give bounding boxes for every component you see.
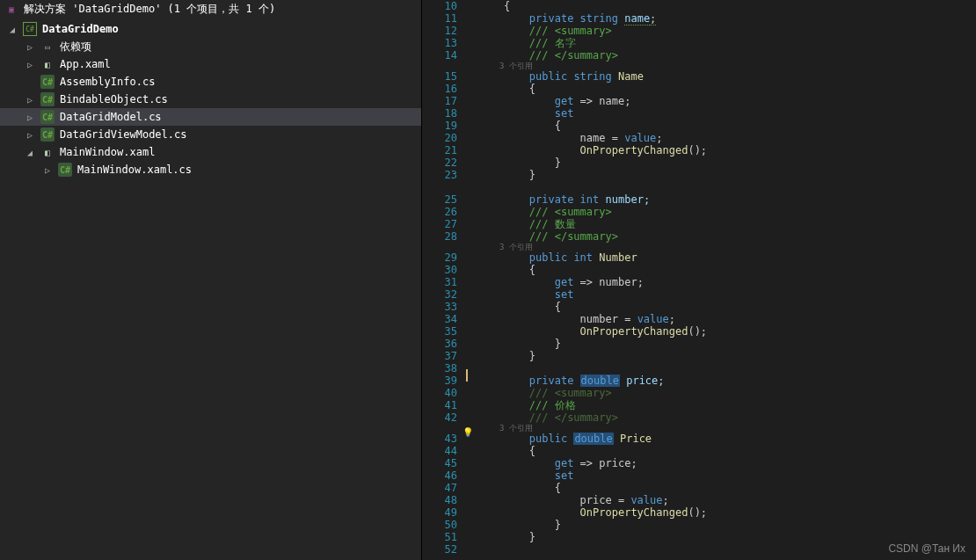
tree-bindableobject[interactable]: ▷ C# BindableObject.cs — [0, 91, 421, 108]
tree: ◢ C# DataGridDemo ▷ ▭ 依赖项 ▷ ◧ App.xaml ▷… — [0, 18, 421, 560]
tree-dependencies[interactable]: ▷ ▭ 依赖项 — [0, 38, 421, 55]
code-area[interactable]: { private string name; /// <summary> ///… — [478, 0, 976, 560]
code-text: (); — [688, 325, 707, 338]
line-number-gutter: 1011121314151617181920212223252627282930… — [422, 0, 466, 560]
tree-project[interactable]: ◢ C# DataGridDemo — [0, 20, 421, 38]
code-text: } — [529, 531, 535, 543]
code-comment: /// <summary> — [529, 387, 612, 399]
code-text: get — [555, 276, 574, 288]
code-text: OnPropertyChanged — [580, 144, 688, 156]
tree-mainwindow-xaml[interactable]: ◢ ◧ MainWindow.xaml — [0, 143, 421, 161]
csharp-project-icon: C# — [23, 22, 37, 36]
code-text: value — [624, 132, 656, 144]
tree-datagridmodel[interactable]: ▷ C# DataGridModel.cs — [0, 108, 421, 126]
code-comment: /// 数量 — [529, 218, 576, 230]
code-text: price = — [580, 494, 631, 506]
code-text: set — [555, 469, 574, 482]
code-comment: /// 名字 — [529, 37, 576, 49]
chevron-right-icon[interactable]: ▷ — [25, 130, 35, 140]
code-comment: /// </summary> — [529, 49, 618, 62]
code-text: int — [573, 251, 593, 264]
tree-app-xaml[interactable]: ▷ ◧ App.xaml — [0, 55, 421, 73]
file-label: BindableObject.cs — [60, 93, 168, 105]
chevron-right-icon[interactable]: ▷ — [42, 165, 53, 175]
code-text: double — [573, 433, 613, 445]
code-text: set — [555, 107, 574, 120]
chevron-right-icon[interactable]: ▷ — [25, 42, 35, 52]
code-text: private — [529, 193, 574, 206]
solution-explorer: ▣ 解决方案 'DataGridDemo' (1 个项目，共 1 个) ◢ C#… — [0, 0, 422, 560]
chevron-right-icon[interactable]: ▷ — [25, 95, 35, 105]
code-text: => name; — [573, 95, 630, 107]
chevron-down-icon[interactable]: ◢ — [25, 148, 35, 157]
file-label: DataGridModel.cs — [60, 111, 162, 123]
code-text: get — [555, 95, 574, 107]
solution-icon: ▣ — [4, 3, 18, 17]
chevron-right-icon[interactable]: ▷ — [25, 60, 35, 69]
code-text: ; — [656, 132, 662, 144]
code-editor[interactable]: 1011121314151617181920212223252627282930… — [422, 0, 976, 560]
xaml-icon: ◧ — [40, 145, 55, 159]
tree-datagridviewmodel[interactable]: ▷ C# DataGridViewModel.cs — [0, 126, 421, 143]
code-text: name — [624, 12, 650, 25]
code-text: (); — [688, 506, 707, 519]
dependencies-icon: ▭ — [40, 40, 55, 54]
code-text: name = — [580, 132, 625, 144]
file-label: MainWindow.xaml — [60, 146, 155, 158]
codelens-hint[interactable]: 3 个引用 — [478, 424, 976, 433]
code-text: => number; — [573, 276, 643, 288]
file-label: MainWindow.xaml.cs — [77, 164, 192, 176]
code-text: value — [637, 313, 669, 325]
chevron-down-icon[interactable]: ◢ — [7, 25, 18, 34]
code-comment: /// <summary> — [529, 206, 612, 218]
file-label: DataGridViewModel.cs — [60, 128, 187, 141]
code-text: { — [529, 445, 535, 457]
tree-mainwindow-cs[interactable]: ▷ C# MainWindow.xaml.cs — [0, 161, 421, 178]
code-comment: /// 价格 — [529, 399, 576, 411]
code-text: } — [555, 519, 561, 531]
code-comment: /// </summary> — [529, 411, 618, 424]
csharp-file-icon: C# — [58, 163, 72, 177]
chevron-right-icon[interactable]: ▷ — [25, 113, 35, 122]
code-text: } — [529, 169, 535, 181]
code-comment: /// </summary> — [529, 230, 618, 243]
code-text: price; — [620, 375, 665, 387]
file-label: App.xaml — [60, 58, 111, 70]
editor-margin: 💡 — [466, 0, 478, 560]
code-text: private — [529, 375, 574, 387]
code-text: string — [573, 70, 611, 83]
lightbulb-icon[interactable]: 💡 — [463, 427, 473, 437]
watermark: CSDN @Тан Их — [888, 542, 965, 555]
csharp-file-icon: C# — [40, 92, 55, 106]
code-text: { — [555, 301, 561, 313]
project-label: DataGridDemo — [42, 23, 119, 35]
code-text: } — [555, 156, 561, 169]
code-text: ; — [663, 494, 669, 506]
code-text: { — [504, 0, 510, 12]
csharp-file-icon: C# — [40, 127, 55, 142]
code-text: double — [580, 375, 620, 387]
code-comment: /// <summary> — [529, 25, 612, 37]
tree-assemblyinfo[interactable]: ▷ C# AssemblyInfo.cs — [0, 73, 421, 91]
code-text: number; — [606, 193, 651, 206]
code-text: { — [555, 482, 561, 494]
code-text: { — [529, 264, 535, 276]
code-text: => price; — [573, 457, 637, 469]
codelens-hint[interactable]: 3 个引用 — [478, 243, 976, 251]
csharp-file-icon: C# — [40, 75, 55, 89]
codelens-hint[interactable]: 3 个引用 — [478, 62, 976, 70]
code-text: number = — [580, 313, 637, 325]
code-text: set — [555, 288, 574, 301]
code-text: { — [555, 120, 561, 132]
dependencies-label: 依赖项 — [60, 40, 91, 55]
solution-title: 解决方案 'DataGridDemo' (1 个项目，共 1 个) — [24, 2, 275, 17]
code-text: Number — [599, 251, 637, 264]
code-text: OnPropertyChanged — [580, 325, 688, 338]
code-text: { — [529, 83, 535, 95]
change-marker — [466, 369, 468, 382]
code-text: Name — [618, 70, 644, 83]
code-text: public — [529, 433, 567, 445]
csharp-file-icon: C# — [40, 110, 55, 124]
solution-header[interactable]: ▣ 解决方案 'DataGridDemo' (1 个项目，共 1 个) — [0, 0, 421, 18]
code-text: public — [529, 251, 567, 264]
